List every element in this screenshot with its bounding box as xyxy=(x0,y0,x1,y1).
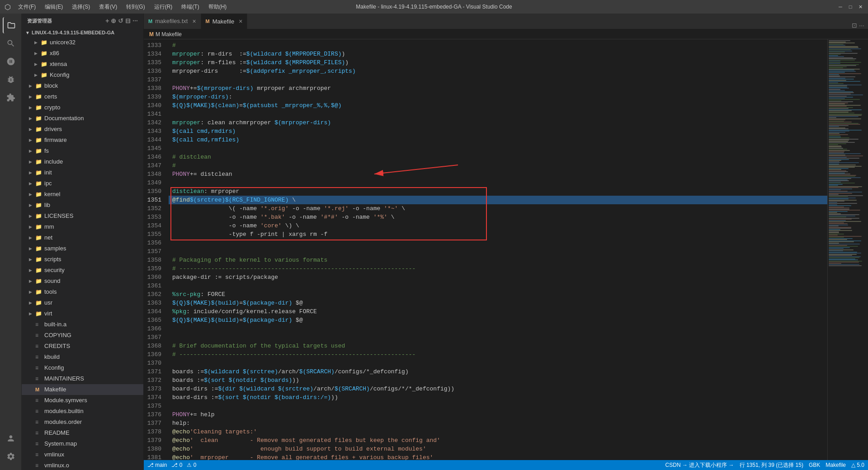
code-line-1340: $(Q)$(MAKE) $(clean)=$(patsubst _mrprope… xyxy=(169,101,827,110)
sidebar-item-copying[interactable]: ≡ COPYING xyxy=(22,330,143,341)
line-number-1357: 1357 xyxy=(144,247,165,256)
menu-bar: 文件(F) 编辑(E) 选择(S) 查看(V) 转到(G) 运行(R) 终端(T… xyxy=(14,2,230,12)
code-line-1352: \( -name '*.orig' -o -name '*.rej' -o -n… xyxy=(169,204,827,213)
tab-close-makefiles[interactable]: × xyxy=(192,18,196,25)
sidebar-item-vmlinux[interactable]: ≡ vmlinux xyxy=(22,449,143,460)
sidebar-item-security[interactable]: ▶ 📁 security xyxy=(22,265,143,276)
code-line-1343: $(call cmd,rmdirs) xyxy=(169,127,827,136)
sidebar-item-makefile[interactable]: M Makefile xyxy=(22,384,143,395)
menu-select[interactable]: 选择(S) xyxy=(68,2,94,12)
activity-search-icon[interactable] xyxy=(3,35,19,52)
sidebar-item-credits[interactable]: ≡ CREDITS xyxy=(22,341,143,352)
sidebar-item-ipc[interactable]: ▶ 📁 ipc xyxy=(22,178,143,189)
more-tabs-icon[interactable]: ··· xyxy=(859,22,864,29)
sidebar-item-modules-builtin[interactable]: ≡ modules.builtin xyxy=(22,406,143,417)
menu-view[interactable]: 查看(V) xyxy=(95,2,121,12)
folder-icon: 📁 xyxy=(41,70,48,80)
sidebar-item-fs[interactable]: ▶ 📁 fs xyxy=(22,146,143,156)
file-icon: ≡ xyxy=(35,439,42,449)
new-folder-icon[interactable]: ⊕ xyxy=(111,17,116,24)
more-icon[interactable]: ··· xyxy=(132,17,138,24)
sidebar-item-lib[interactable]: ▶ 📁 lib xyxy=(22,200,143,211)
code-line-1381: @echo ' mrproper - Remove all generated … xyxy=(169,453,827,460)
sidebar-item-kconfig[interactable]: ▶ 📁 Kconfig xyxy=(22,70,143,80)
close-button[interactable]: ✕ xyxy=(857,4,863,10)
code-line-1365: $(Q)$(MAKE) $(build)=$(package-dir) $@ xyxy=(169,316,827,324)
menu-file[interactable]: 文件(F) xyxy=(14,2,39,12)
zoom[interactable]: △ 5.0 xyxy=(851,462,864,468)
code-line-1350: distclean: mrproper xyxy=(169,187,827,196)
activity-settings-icon[interactable] xyxy=(3,448,19,465)
menu-help[interactable]: 帮助(H) xyxy=(205,2,231,12)
activity-account-icon[interactable] xyxy=(3,430,19,446)
minimize-button[interactable]: ─ xyxy=(837,4,844,10)
line-number-1368: 1368 xyxy=(144,342,165,350)
tab-close-makefile[interactable]: × xyxy=(239,18,242,25)
git-branch[interactable]: ⎇ main xyxy=(147,462,167,468)
sidebar-item-unicore32[interactable]: ▶ 📁 unicore32 xyxy=(22,37,143,48)
sidebar-item-maintainers[interactable]: ≡ MAINTAINERS xyxy=(22,373,143,384)
activity-debug-icon[interactable] xyxy=(3,71,19,88)
sidebar-item-xtensa[interactable]: ▶ 📁 xtensa xyxy=(22,59,143,70)
line-number-1372: 1372 xyxy=(144,376,165,385)
root-folder[interactable]: ▼ LINUX-4.19-4.19.115-EMBEDED-GA xyxy=(22,28,143,37)
sidebar-item-drivers[interactable]: ▶ 📁 drivers xyxy=(22,124,143,135)
activity-extensions-icon[interactable] xyxy=(3,89,19,106)
menu-terminal[interactable]: 终端(T) xyxy=(178,2,203,12)
error-count[interactable]: ⎇ 0 xyxy=(171,462,182,468)
item-name: sound xyxy=(44,276,143,286)
breadcrumb-path[interactable]: M Makefile xyxy=(156,31,182,38)
sidebar-item-kbuild[interactable]: ≡ kbuild xyxy=(22,352,143,362)
tab-makefile[interactable]: M Makefile × xyxy=(201,14,248,29)
sidebar-item-x86[interactable]: ▶ 📁 x86 xyxy=(22,48,143,59)
menu-run[interactable]: 运行(R) xyxy=(151,2,176,12)
sidebar-item-firmware[interactable]: ▶ 📁 firmware xyxy=(22,135,143,146)
sidebar-item-samples[interactable]: ▶ 📁 samples xyxy=(22,243,143,254)
maximize-button[interactable]: □ xyxy=(847,4,854,10)
line-number-1375: 1375 xyxy=(144,402,165,410)
sidebar-item-system-map[interactable]: ≡ System.map xyxy=(22,438,143,449)
folder-icon: 📁 xyxy=(35,254,42,264)
sidebar-item-certs[interactable]: ▶ 📁 certs xyxy=(22,91,143,102)
sidebar-item-module-symvers[interactable]: ≡ Module.symvers xyxy=(22,395,143,406)
sidebar-item-usr[interactable]: ▶ 📁 usr xyxy=(22,297,143,308)
sidebar-item-mm[interactable]: ▶ 📁 mm xyxy=(22,221,143,232)
item-name: scripts xyxy=(44,254,143,264)
sidebar-item-built-in-a[interactable]: ≡ built-in.a xyxy=(22,319,143,330)
sidebar-item-readme[interactable]: ≡ README xyxy=(22,428,143,438)
sidebar: 资源管理器 + ⊕ ↺ ⊟ ··· ▼ LINUX-4.19-4.19.115-… xyxy=(22,14,144,470)
file-type[interactable]: Makefile xyxy=(826,462,846,468)
sidebar-item-licenses[interactable]: ▶ 📁 LICENSES xyxy=(22,211,143,221)
split-editor-icon[interactable]: ⊡ xyxy=(852,22,857,29)
sidebar-item-tools[interactable]: ▶ 📁 tools xyxy=(22,287,143,297)
activity-git-icon[interactable] xyxy=(3,53,19,70)
item-name: Kconfig xyxy=(50,70,143,80)
sidebar-item-modules-order[interactable]: ≡ modules.order xyxy=(22,417,143,428)
new-file-icon[interactable]: + xyxy=(105,17,109,24)
line-number-1335: 1335 xyxy=(144,58,165,67)
activity-files-icon[interactable] xyxy=(3,17,19,33)
sidebar-item-net[interactable]: ▶ 📁 net xyxy=(22,232,143,243)
menu-edit[interactable]: 编辑(E) xyxy=(41,2,66,12)
sidebar-item-virt[interactable]: ▶ 📁 virt xyxy=(22,308,143,319)
sidebar-item-include[interactable]: ▶ 📁 include xyxy=(22,156,143,167)
encoding[interactable]: GBK xyxy=(809,462,820,468)
collapse-icon[interactable]: ⊟ xyxy=(125,17,131,24)
refresh-icon[interactable]: ↺ xyxy=(118,17,123,24)
sidebar-item-kconfig[interactable]: ≡ Kconfig xyxy=(22,362,143,373)
sidebar-item-sound[interactable]: ▶ 📁 sound xyxy=(22,276,143,287)
sidebar-item-block[interactable]: ▶ 📁 block xyxy=(22,80,143,91)
sidebar-item-kernel[interactable]: ▶ 📁 kernel xyxy=(22,189,143,200)
sidebar-item-crypto[interactable]: ▶ 📁 crypto xyxy=(22,102,143,113)
sidebar-item-documentation[interactable]: ▶ 📁 Documentation xyxy=(22,113,143,124)
line-number-1362: 1362 xyxy=(144,290,165,299)
item-name: CREDITS xyxy=(44,341,143,351)
cursor-position[interactable]: 行 1351, 列 39 (已选择 15) xyxy=(740,461,803,469)
sidebar-item-vmlinux-o[interactable]: ≡ vmlinux.o xyxy=(22,460,143,470)
tab-makefiles-txt[interactable]: M makefiles.txt × xyxy=(144,14,201,29)
warning-count[interactable]: ⚠ 0 xyxy=(187,462,196,468)
sidebar-item-init[interactable]: ▶ 📁 init xyxy=(22,167,143,178)
code-area[interactable]: #mrproper: rm-dirs := $(wildcard $(MRPRO… xyxy=(169,39,827,460)
menu-goto[interactable]: 转到(G) xyxy=(123,2,148,12)
sidebar-item-scripts[interactable]: ▶ 📁 scripts xyxy=(22,254,143,265)
